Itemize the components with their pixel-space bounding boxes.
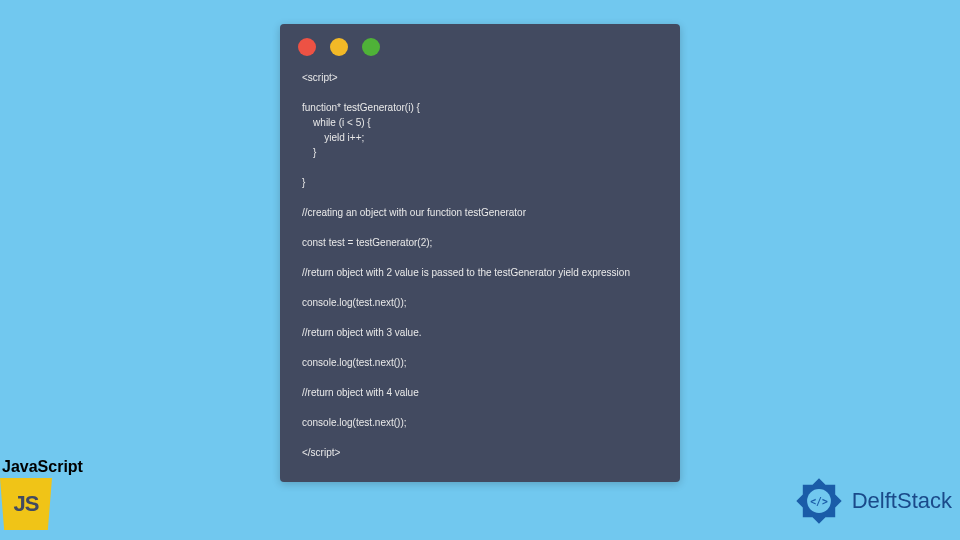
delftstack-brand-text: DelftStack (852, 488, 952, 514)
delftstack-logo-icon: </> (792, 474, 846, 528)
traffic-lights (280, 24, 680, 66)
svg-text:</>: </> (810, 496, 828, 507)
javascript-logo-text: JS (6, 484, 46, 524)
code-window: <script> function* testGenerator(i) { wh… (280, 24, 680, 482)
traffic-dot-red (298, 38, 316, 56)
code-content: <script> function* testGenerator(i) { wh… (280, 66, 680, 466)
javascript-label: JavaScript (2, 458, 83, 476)
javascript-shield-icon: JS (0, 478, 52, 530)
javascript-badge: JavaScript JS (0, 458, 83, 530)
traffic-dot-green (362, 38, 380, 56)
traffic-dot-yellow (330, 38, 348, 56)
delftstack-brand: </> DelftStack (792, 474, 952, 528)
